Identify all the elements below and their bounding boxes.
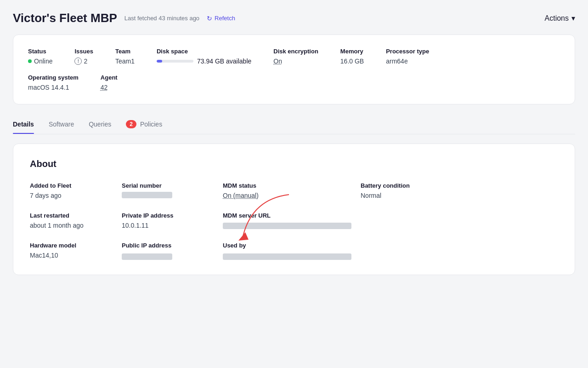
issues-label: Issues	[74, 48, 93, 55]
private-ip-value: 10.0.1.11	[122, 222, 223, 229]
mdm-status-label: MDM status	[223, 182, 361, 189]
last-fetched-text: Last fetched 43 minutes ago	[124, 15, 199, 22]
os-item: Operating system macOS 14.4.1	[28, 74, 79, 91]
issues-item: Issues ! 2	[74, 48, 93, 65]
status-item: Status Online	[28, 48, 52, 65]
used-by-value	[223, 253, 351, 260]
actions-button[interactable]: Actions ▾	[545, 14, 575, 23]
processor-label: Processor type	[386, 48, 429, 55]
about-title: About	[30, 159, 558, 169]
agent-item: Agent 42	[101, 74, 118, 91]
hardware-model-label: Hardware model	[30, 242, 122, 249]
disk-encryption-label: Disk encryption	[273, 48, 318, 55]
mdm-server-url-item: MDM server URL	[223, 212, 361, 229]
mdm-server-url-label: MDM server URL	[223, 212, 361, 219]
disk-bar-bg	[157, 60, 193, 63]
disk-encryption-value[interactable]: On	[273, 58, 318, 65]
tab-software[interactable]: Software	[49, 116, 74, 133]
serial-number-item: Serial number	[122, 182, 223, 199]
battery-condition-value: Normal	[361, 192, 558, 199]
page-header: Victor's Fleet MBP Last fetched 43 minut…	[13, 11, 575, 25]
mdm-server-url-value	[223, 223, 351, 229]
team-item: Team Team1	[115, 48, 135, 65]
tab-queries[interactable]: Queries	[89, 116, 111, 133]
used-by-placeholder	[361, 242, 558, 260]
used-by-label: Used by	[223, 242, 361, 249]
online-dot	[28, 59, 32, 63]
issues-value: ! 2	[74, 58, 93, 65]
used-by-item: Used by	[223, 242, 361, 260]
battery-placeholder	[361, 212, 558, 229]
about-grid: Added to Fleet 7 days ago Serial number …	[30, 182, 558, 260]
os-value: macOS 14.4.1	[28, 84, 79, 91]
last-restarted-value: about 1 month ago	[30, 222, 122, 229]
team-label: Team	[115, 48, 135, 55]
policies-badge: 2	[126, 120, 136, 128]
mdm-status-value[interactable]: On (manual)	[223, 192, 361, 199]
page-title: Victor's Fleet MBP	[13, 11, 117, 25]
disk-space-label: Disk space	[157, 48, 251, 55]
tabs-container: Details Software Queries 2 Policies	[13, 115, 575, 134]
status-value: Online	[28, 58, 52, 65]
disk-bar-fill	[157, 60, 162, 63]
private-ip-item: Private IP address 10.0.1.11	[122, 212, 223, 229]
hardware-model-value: Mac14,10	[30, 252, 122, 259]
battery-condition-item: Battery condition Normal	[361, 182, 558, 199]
tab-policies[interactable]: 2 Policies	[126, 115, 162, 134]
memory-value: 16.0 GB	[340, 58, 364, 65]
disk-space-item: Disk space 73.94 GB available	[157, 48, 251, 65]
processor-item: Processor type arm64e	[386, 48, 429, 65]
agent-value[interactable]: 42	[101, 84, 118, 91]
public-ip-value	[122, 253, 172, 260]
refetch-button[interactable]: ↻ Refetch	[207, 15, 235, 22]
about-card: About Added to Fleet 7 days ago Serial n…	[13, 144, 575, 275]
private-ip-label: Private IP address	[122, 212, 223, 219]
issues-icon: !	[74, 58, 82, 65]
mdm-status-item: MDM status On (manual)	[223, 182, 361, 199]
public-ip-label: Public IP address	[122, 242, 223, 249]
header-left: Victor's Fleet MBP Last fetched 43 minut…	[13, 11, 235, 25]
chevron-down-icon: ▾	[571, 14, 575, 23]
hardware-model-item: Hardware model Mac14,10	[30, 242, 122, 260]
disk-space-value: 73.94 GB available	[197, 58, 251, 65]
os-label: Operating system	[28, 74, 79, 81]
last-restarted-item: Last restarted about 1 month ago	[30, 212, 122, 229]
refresh-icon: ↻	[207, 15, 212, 22]
last-restarted-label: Last restarted	[30, 212, 122, 219]
refetch-label: Refetch	[215, 15, 235, 22]
serial-number-label: Serial number	[122, 182, 223, 189]
added-to-fleet-label: Added to Fleet	[30, 182, 122, 189]
status-label: Status	[28, 48, 52, 55]
added-to-fleet-value: 7 days ago	[30, 192, 122, 199]
agent-label: Agent	[101, 74, 118, 81]
disk-bar-container: 73.94 GB available	[157, 58, 251, 65]
processor-value: arm64e	[386, 58, 429, 65]
actions-label: Actions	[545, 14, 569, 23]
added-to-fleet-item: Added to Fleet 7 days ago	[30, 182, 122, 199]
public-ip-item: Public IP address	[122, 242, 223, 260]
battery-condition-label: Battery condition	[361, 182, 558, 189]
summary-card: Status Online Issues ! 2 Team Team1 Disk…	[13, 34, 575, 104]
team-value: Team1	[115, 58, 135, 65]
disk-encryption-item: Disk encryption On	[273, 48, 318, 65]
serial-number-value	[122, 192, 172, 198]
memory-item: Memory 16.0 GB	[340, 48, 364, 65]
tab-details[interactable]: Details	[13, 116, 34, 133]
memory-label: Memory	[340, 48, 364, 55]
